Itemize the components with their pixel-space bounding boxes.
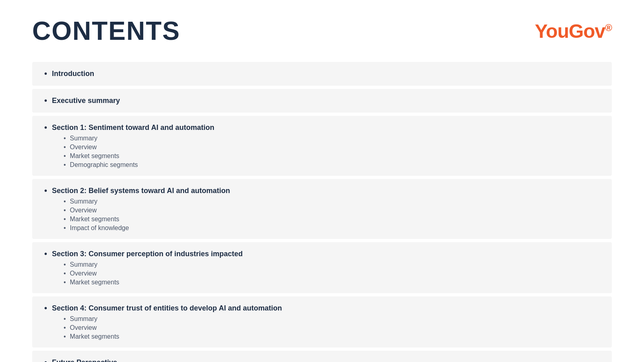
bullet-sub: • [64,315,66,323]
bullet-main: • [44,186,47,195]
yougov-logo: YouGov® [535,20,612,42]
section-title-text: Section 2: Belief systems toward AI and … [52,187,230,195]
page-header: CONTENTS YouGov® [32,16,612,46]
sub-item: •Demographic segments [44,161,600,169]
section-title-text: Section 4: Consumer trust of entities to… [52,304,282,313]
sub-items-list: •Summary•Overview•Market segments•Impact… [44,198,600,232]
sub-item: •Overview [44,207,600,214]
bullet-sub: • [64,224,66,232]
bullet-sub: • [64,207,66,214]
sub-item: •Market segments [44,279,600,286]
bullet-main: • [44,123,47,132]
bullet-sub: • [64,152,66,160]
section-title-text: Future Perspective [52,358,117,362]
sub-item: •Impact of knowledge [44,224,600,232]
logo-text: YouGov® [535,21,612,42]
sub-item-label: Summary [70,315,97,323]
bullet-sub: • [64,279,66,286]
sub-item-label: Overview [70,324,97,331]
sub-item: •Summary [44,135,600,142]
sub-item-label: Market segments [70,152,120,160]
logo-registered: ® [605,22,612,33]
sub-item-label: Overview [70,270,97,277]
toc-section-section2: •Section 2: Belief systems toward AI and… [32,179,612,239]
section-title-text: Introduction [52,70,94,78]
bullet-main: • [44,249,47,259]
toc-section-future-perspective: •Future Perspective [32,351,612,362]
toc-section-section4: •Section 4: Consumer trust of entities t… [32,296,612,348]
toc-section-section3: •Section 3: Consumer perception of indus… [32,242,612,293]
sub-item: •Overview [44,324,600,331]
bullet-sub: • [64,135,66,142]
bullet-sub: • [64,144,66,151]
bullet-main: • [44,96,47,105]
sub-item: •Summary [44,315,600,323]
sub-items-list: •Summary•Overview•Market segments [44,315,600,340]
sub-item-label: Summary [70,198,97,205]
section-title-introduction: •Introduction [44,69,600,78]
sub-item: •Summary [44,261,600,268]
section-title-text: Section 3: Consumer perception of indust… [52,250,243,258]
bullet-sub: • [64,261,66,268]
section-title-section3: •Section 3: Consumer perception of indus… [44,249,600,259]
bullet-main: • [44,304,47,313]
sub-item-label: Market segments [70,279,120,286]
sub-items-list: •Summary•Overview•Market segments•Demogr… [44,135,600,169]
sub-item-label: Market segments [70,333,120,340]
sub-item: •Overview [44,144,600,151]
sub-items-list: •Summary•Overview•Market segments [44,261,600,286]
sub-item: •Overview [44,270,600,277]
sub-item: •Summary [44,198,600,205]
sub-item-label: Impact of knowledge [70,224,129,232]
sub-item-label: Overview [70,144,97,151]
section-title-executive-summary: •Executive summary [44,96,600,105]
sub-item-label: Market segments [70,216,120,223]
sub-item: •Market segments [44,216,600,223]
toc-section-executive-summary: •Executive summary [32,89,612,113]
bullet-sub: • [64,333,66,340]
sub-item: •Market segments [44,333,600,340]
bullet-sub: • [64,216,66,223]
bullet-sub: • [64,324,66,331]
toc-section-section1: •Section 1: Sentiment toward AI and auto… [32,116,612,176]
page-title: CONTENTS [32,16,180,46]
bullet-main: • [44,358,47,362]
bullet-sub: • [64,198,66,205]
bullet-sub: • [64,161,66,169]
bullet-main: • [44,69,47,78]
section-title-text: Section 1: Sentiment toward AI and autom… [52,123,214,132]
section-title-text: Executive summary [52,97,120,105]
sub-item-label: Summary [70,261,97,268]
section-title-section1: •Section 1: Sentiment toward AI and auto… [44,123,600,132]
section-title-future-perspective: •Future Perspective [44,358,600,362]
sub-item-label: Demographic segments [70,161,138,169]
section-title-section2: •Section 2: Belief systems toward AI and… [44,186,600,195]
toc-container: •Introduction•Executive summary•Section … [32,62,612,362]
sub-item-label: Summary [70,135,97,142]
toc-section-introduction: •Introduction [32,62,612,86]
bullet-sub: • [64,270,66,277]
section-title-section4: •Section 4: Consumer trust of entities t… [44,304,600,313]
sub-item-label: Overview [70,207,97,214]
sub-item: •Market segments [44,152,600,160]
